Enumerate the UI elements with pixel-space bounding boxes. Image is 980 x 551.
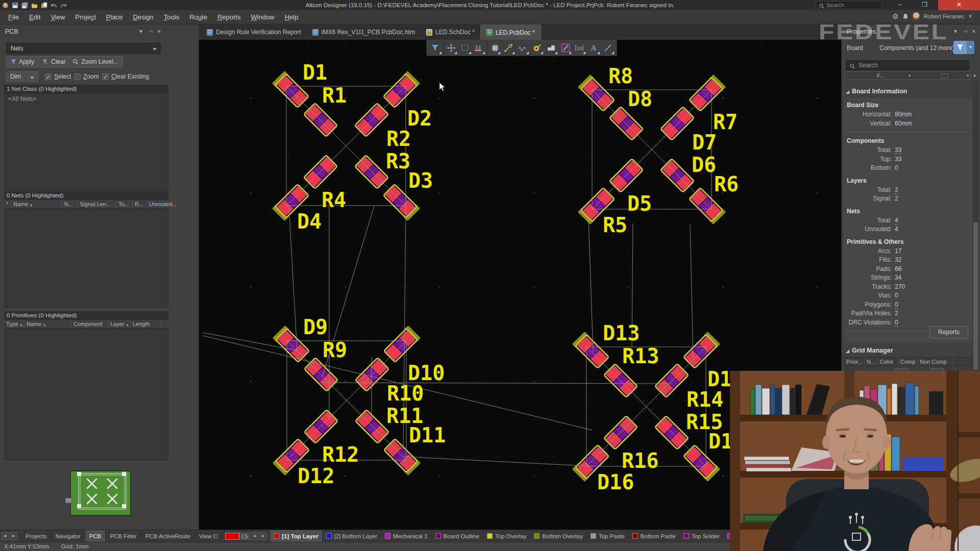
avatar[interactable] (912, 12, 920, 20)
component[interactable] (604, 416, 638, 449)
component[interactable] (660, 159, 694, 192)
layer-tab-4[interactable]: Board Outline (432, 530, 483, 542)
panel-pin-icon[interactable]: ⊣ (963, 29, 967, 34)
component[interactable] (304, 103, 337, 137)
layer-tab-7[interactable]: Top Paste (587, 530, 629, 542)
tool-line-icon[interactable] (601, 41, 615, 55)
component[interactable] (355, 358, 389, 391)
tool-via-icon[interactable] (530, 41, 544, 55)
dim-dropdown[interactable]: Dim (6, 71, 38, 82)
prop-value[interactable]: 2 (895, 186, 898, 194)
panel-mode-dropdown[interactable]: Nets (6, 43, 161, 54)
account-caret-icon[interactable]: ▼ (968, 14, 972, 19)
nets-list[interactable] (4, 209, 168, 308)
primitives-table-header[interactable]: Type▲Name▲ComponentLayer▲Length (4, 320, 168, 329)
doc-tab-2[interactable]: iMX6 Rex_V1I1_PCB.PcbDoc.htm (307, 24, 421, 40)
checkbox-box[interactable]: ✓ (45, 73, 52, 80)
component[interactable] (383, 325, 421, 363)
layer-tab-3[interactable]: Mechanical 1 (381, 530, 432, 542)
tool-string-icon[interactable]: A (586, 41, 601, 55)
panel-tab-pcb-activeroute[interactable]: PCB ActiveRoute (141, 530, 195, 542)
prop-value[interactable]: 4 (895, 217, 898, 224)
filter-funnel-button[interactable] (953, 41, 967, 54)
tool-union-icon[interactable] (472, 41, 486, 55)
column-header[interactable]: To... (116, 200, 133, 208)
column-header[interactable]: Type▲ (4, 320, 24, 328)
component[interactable] (609, 159, 643, 192)
layer-tab-8[interactable]: Bottom Paste (629, 530, 680, 542)
column-header[interactable]: N... (62, 200, 78, 208)
tool-filter-icon[interactable] (428, 41, 443, 55)
layer-tab-9[interactable]: Top Solder (680, 530, 724, 542)
panel-dropdown-icon[interactable]: ▼ (953, 29, 958, 34)
component[interactable] (655, 416, 689, 449)
clear-existing-checkbox[interactable]: ✓Clear Existing (102, 73, 149, 80)
panel-dropdown-icon[interactable]: ▼ (138, 29, 143, 34)
grid-column-header[interactable]: Color (878, 358, 898, 366)
tool-measure-icon[interactable]: 10 (572, 41, 586, 55)
column-header[interactable]: Unrouted... (147, 200, 176, 208)
grid-column-header[interactable]: Prior... ▲ (844, 358, 865, 366)
grid-column-header[interactable]: Comp (898, 358, 918, 366)
component[interactable] (355, 410, 389, 443)
current-layer-swatch[interactable] (225, 533, 239, 540)
checkbox-box[interactable]: ✓ (102, 73, 109, 80)
menu-route[interactable]: Route (184, 11, 212, 23)
menu-reports[interactable]: Reports (212, 11, 246, 23)
column-header[interactable]: Length (131, 320, 161, 328)
checkbox-box[interactable] (74, 73, 81, 80)
clear-button[interactable]: Clear (38, 56, 70, 67)
menu-help[interactable]: Help (280, 11, 304, 23)
net-class-item[interactable]: <All Nets> (5, 94, 168, 103)
scroll-up-icon[interactable]: ▲ (972, 72, 977, 78)
bell-icon[interactable] (902, 13, 909, 20)
prop-value[interactable]: 0 (895, 319, 898, 327)
tool-tune-length-icon[interactable] (516, 41, 530, 55)
component[interactable] (304, 358, 338, 391)
component[interactable] (604, 364, 638, 397)
reports-button[interactable]: Reports (929, 326, 968, 339)
panel-close-icon[interactable]: ✕ (157, 29, 161, 34)
column-header[interactable]: R... (133, 200, 147, 208)
scrollbar-thumb[interactable] (973, 222, 978, 370)
menu-design[interactable]: Design (128, 11, 158, 23)
layer-tab-1[interactable]: [1] Top Layer (270, 530, 322, 542)
component[interactable] (304, 155, 337, 189)
scope-filter-label[interactable]: Components (and 12 more) (879, 44, 954, 52)
doc-tab-3[interactable]: LED.SchDoc * (421, 24, 480, 40)
menu-window[interactable]: Window (246, 11, 279, 23)
grid-manager-table-header[interactable]: Prior... ▲N...ColorCompNon Comp (844, 357, 972, 366)
zoom-level-button[interactable]: Zoom Level... (68, 56, 123, 67)
component[interactable] (660, 107, 694, 140)
tool-move-icon[interactable] (444, 41, 458, 55)
grid-manager-header[interactable]: ◢Grid Manager (846, 347, 893, 354)
panel-tab-navigator[interactable]: Navigator (52, 530, 85, 542)
column-header[interactable]: Signal Len... (78, 200, 116, 208)
close-button[interactable]: ✕ (938, 0, 980, 10)
column-header[interactable]: Name▲ (24, 320, 71, 328)
tool-track-icon[interactable] (558, 41, 573, 55)
nets-table-header[interactable]: *Name▲N...Signal Len...To...R...Unrouted… (4, 200, 168, 209)
panel-close-icon[interactable]: ✕ (972, 29, 976, 34)
prop-value[interactable]: 0 (895, 301, 898, 309)
net-class-list[interactable]: <All Nets> (4, 93, 168, 190)
panel-tab-projects[interactable]: Projects (21, 530, 52, 542)
primitives-list[interactable] (4, 329, 168, 460)
zoom-checkbox[interactable]: Zoom (74, 73, 99, 80)
column-header[interactable]: * (4, 200, 11, 208)
select-checkbox[interactable]: ✓Select (45, 73, 71, 80)
filter-caret-button[interactable]: ▼ (967, 41, 974, 54)
ls-button[interactable]: LS (239, 533, 250, 540)
component[interactable] (383, 71, 421, 109)
component[interactable] (304, 410, 338, 443)
menu-file[interactable]: File (3, 11, 24, 23)
tool-component-icon[interactable] (487, 41, 501, 55)
layer-tab-5[interactable]: Top Overlay (483, 530, 530, 542)
gear-icon[interactable]: ⚙ (892, 12, 899, 20)
component[interactable] (683, 332, 721, 369)
apply-button[interactable]: Apply (6, 56, 39, 67)
component[interactable] (609, 107, 643, 140)
layer-tab-6[interactable]: Bottom Overlay (530, 530, 586, 542)
menu-place[interactable]: Place (101, 11, 128, 23)
menu-tools[interactable]: Tools (159, 11, 184, 23)
